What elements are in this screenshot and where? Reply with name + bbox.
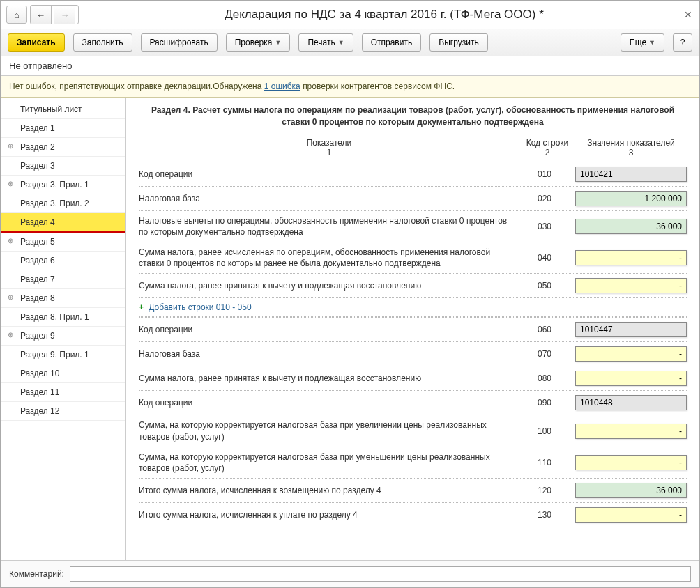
row-label: Сумма налога, ранее исчисленная по опера… bbox=[139, 247, 514, 269]
fill-button[interactable]: Заполнить bbox=[73, 33, 132, 52]
form-row: Код операции060 bbox=[139, 317, 687, 341]
add-rows-row: + Добавить строки 010 - 050 bbox=[139, 297, 687, 317]
row-label: Налоговые вычеты по операциям, обоснован… bbox=[139, 215, 514, 238]
value-input[interactable] bbox=[575, 278, 687, 293]
app-window: ⌂ ← → Декларация по НДС за 4 квартал 201… bbox=[0, 0, 700, 588]
row-code: 040 bbox=[517, 253, 572, 263]
more-button[interactable]: Еще▼ bbox=[621, 33, 664, 52]
status-line: Не отправлено bbox=[1, 56, 699, 76]
value-cell bbox=[575, 167, 687, 182]
value-input[interactable] bbox=[575, 424, 687, 439]
form-row: Налоговые вычеты по операциям, обоснован… bbox=[139, 210, 687, 242]
value-cell bbox=[575, 395, 687, 410]
row-label: Итого сумма налога, исчисленная к уплате… bbox=[139, 509, 514, 520]
value-cell bbox=[575, 455, 687, 470]
row-label: Налоговая база bbox=[139, 193, 514, 204]
form-row: Сумма налога, ранее принятая к вычету и … bbox=[139, 273, 687, 297]
check-label: Проверка bbox=[235, 38, 273, 47]
sidebar-item[interactable]: Раздел 9. Прил. 1 bbox=[1, 346, 125, 364]
value-input[interactable] bbox=[575, 346, 687, 362]
sidebar-item[interactable]: Раздел 8. Прил. 1 bbox=[1, 308, 125, 327]
value-input[interactable] bbox=[575, 455, 687, 470]
content-pane: Раздел 4. Расчет суммы налога по операци… bbox=[126, 98, 699, 560]
sidebar-item[interactable]: Раздел 3. Прил. 1 bbox=[1, 176, 125, 194]
sidebar-item[interactable]: Раздел 3. Прил. 2 bbox=[1, 194, 125, 213]
caret-icon: ▼ bbox=[338, 39, 344, 46]
send-button[interactable]: Отправить bbox=[362, 33, 422, 52]
row-label: Код операции bbox=[139, 397, 514, 408]
row-label: Налоговая база bbox=[139, 348, 514, 359]
info-bar: Нет ошибок, препятствующих отправке декл… bbox=[1, 76, 699, 98]
row-label: Код операции bbox=[139, 324, 514, 335]
value-input[interactable] bbox=[575, 191, 687, 206]
sidebar-item[interactable]: Раздел 12 bbox=[1, 402, 125, 421]
value-cell bbox=[575, 278, 687, 293]
error-link[interactable]: 1 ошибка bbox=[264, 82, 300, 91]
footer: Комментарий: bbox=[1, 560, 699, 587]
row-label: Сумма налога, ранее принятая к вычету и … bbox=[139, 280, 514, 291]
sidebar-item[interactable]: Титульный лист bbox=[1, 100, 125, 119]
row-label: Итого сумма налога, исчисленная к возмещ… bbox=[139, 485, 514, 496]
value-input[interactable] bbox=[575, 322, 687, 337]
sidebar-item[interactable]: Раздел 3 bbox=[1, 157, 125, 176]
add-rows-link[interactable]: Добавить строки 010 - 050 bbox=[149, 302, 251, 312]
col2-num: 2 bbox=[519, 148, 575, 157]
sidebar-item[interactable]: Раздел 11 bbox=[1, 383, 125, 402]
value-cell bbox=[575, 250, 687, 265]
sidebar-item[interactable]: Раздел 2 bbox=[1, 138, 125, 157]
decode-button[interactable]: Расшифровать bbox=[141, 33, 218, 52]
more-label: Еще bbox=[630, 38, 646, 47]
toolbar: Записать Заполнить Расшифровать Проверка… bbox=[1, 29, 699, 56]
value-input[interactable] bbox=[575, 507, 687, 523]
form-row: Сумма, на которую корректируется налогов… bbox=[139, 415, 687, 446]
sidebar-item[interactable]: Раздел 10 bbox=[1, 364, 125, 383]
window-title: Декларация по НДС за 4 квартал 2016 г. (… bbox=[86, 8, 683, 22]
form-row: Итого сумма налога, исчисленная к возмещ… bbox=[139, 478, 687, 502]
sidebar-item[interactable]: Раздел 7 bbox=[1, 270, 125, 289]
value-cell bbox=[575, 483, 687, 498]
save-button[interactable]: Записать bbox=[8, 33, 65, 52]
row-code: 100 bbox=[517, 426, 572, 436]
comment-input[interactable] bbox=[70, 566, 691, 582]
value-input[interactable] bbox=[575, 167, 687, 182]
sidebar-item[interactable]: Раздел 1 bbox=[1, 119, 125, 138]
value-input[interactable] bbox=[575, 250, 687, 265]
row-label: Код операции bbox=[139, 169, 514, 180]
plus-icon: + bbox=[139, 302, 144, 312]
row-code: 110 bbox=[517, 458, 572, 467]
main-area: Титульный листРаздел 1Раздел 2Раздел 3Ра… bbox=[1, 98, 699, 560]
close-button[interactable]: ✕ bbox=[683, 9, 694, 20]
sidebar-item[interactable]: Раздел 8 bbox=[1, 289, 125, 308]
value-input[interactable] bbox=[575, 395, 687, 410]
info-suffix: проверки контрагентов сервисом ФНС. bbox=[303, 82, 455, 91]
value-cell bbox=[575, 424, 687, 439]
sidebar-item[interactable]: Раздел 4 bbox=[1, 213, 125, 233]
value-cell bbox=[575, 219, 687, 234]
row-code: 010 bbox=[517, 169, 572, 179]
form-row: Налоговая база020 bbox=[139, 186, 687, 210]
row-label: Сумма налога, ранее принятая к вычету и … bbox=[139, 373, 514, 384]
titlebar: ⌂ ← → Декларация по НДС за 4 квартал 201… bbox=[1, 1, 699, 29]
value-cell bbox=[575, 191, 687, 206]
row-code: 120 bbox=[517, 486, 572, 495]
form-row: Сумма, на которую корректируется налогов… bbox=[139, 447, 687, 478]
sidebar-item[interactable]: Раздел 5 bbox=[1, 233, 125, 252]
sidebar-item[interactable]: Раздел 6 bbox=[1, 252, 125, 270]
check-button[interactable]: Проверка▼ bbox=[226, 33, 291, 52]
value-cell bbox=[575, 371, 687, 386]
row-label: Сумма, на которую корректируется налогов… bbox=[139, 419, 514, 442]
value-input[interactable] bbox=[575, 219, 687, 234]
form-row: Код операции090 bbox=[139, 390, 687, 415]
row-code: 070 bbox=[517, 349, 572, 359]
sidebar-item[interactable]: Раздел 9 bbox=[1, 327, 125, 346]
section-title: Раздел 4. Расчет суммы налога по операци… bbox=[139, 105, 687, 128]
value-input[interactable] bbox=[575, 483, 687, 498]
home-button[interactable]: ⌂ bbox=[6, 6, 27, 24]
column-headers: Показатели1 Код строки2 Значения показат… bbox=[139, 138, 687, 157]
back-button[interactable]: ← bbox=[31, 6, 52, 24]
export-button[interactable]: Выгрузить bbox=[429, 33, 488, 52]
print-button[interactable]: Печать▼ bbox=[298, 33, 353, 52]
forward-button[interactable]: → bbox=[54, 6, 75, 24]
value-input[interactable] bbox=[575, 371, 687, 386]
help-button[interactable]: ? bbox=[673, 33, 692, 52]
